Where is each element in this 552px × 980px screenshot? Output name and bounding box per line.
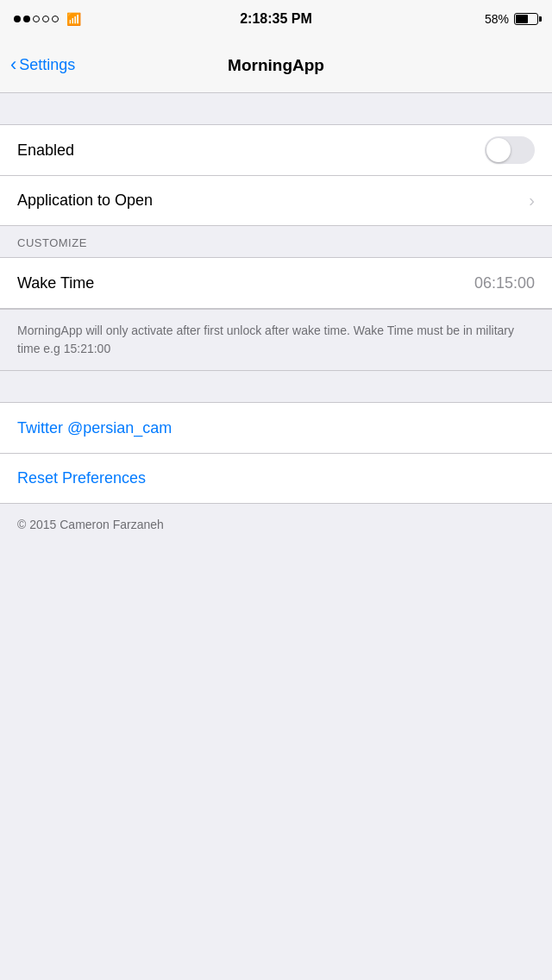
enabled-toggle[interactable] — [485, 136, 535, 164]
back-label: Settings — [19, 56, 75, 74]
section-gap-links — [0, 371, 552, 402]
battery-box — [514, 13, 538, 25]
footer: © 2015 Cameron Farzaneh — [0, 504, 552, 545]
dot-1 — [14, 16, 21, 22]
dot-3 — [33, 16, 40, 22]
battery-percentage: 58% — [485, 12, 509, 26]
signal-area: 📶 — [14, 12, 81, 26]
application-to-open-row[interactable]: Application to Open › — [0, 175, 552, 225]
enabled-label: Enabled — [17, 141, 485, 160]
twitter-label: Twitter @persian_cam — [17, 419, 535, 437]
application-to-open-label: Application to Open — [17, 192, 522, 210]
dot-5 — [52, 16, 59, 22]
wake-time-group: Wake Time 06:15:00 — [0, 257, 552, 309]
toggle-thumb — [486, 138, 511, 162]
info-block: MorningApp will only activate after firs… — [0, 309, 552, 371]
section-gap-top — [0, 93, 552, 124]
wifi-icon: 📶 — [66, 12, 81, 26]
wake-time-value: 06:15:00 — [474, 274, 535, 292]
chevron-right-icon: › — [529, 191, 535, 210]
battery-icon — [514, 13, 538, 25]
links-group: Twitter @persian_cam Reset Preferences — [0, 402, 552, 504]
wake-time-row[interactable]: Wake Time 06:15:00 — [0, 258, 552, 308]
battery-area: 58% — [485, 12, 538, 26]
info-text: MorningApp will only activate after firs… — [17, 324, 514, 355]
page-title: MorningApp — [228, 56, 324, 75]
reset-preferences-row[interactable]: Reset Preferences — [0, 453, 552, 503]
back-button[interactable]: ‹ Settings — [10, 56, 75, 74]
section-gap-customize: CUSTOMIZE — [0, 226, 552, 257]
wake-time-label: Wake Time — [17, 274, 474, 292]
nav-bar: ‹ Settings MorningApp — [0, 38, 552, 93]
chevron-left-icon: ‹ — [10, 55, 16, 74]
battery-fill — [516, 15, 528, 23]
main-settings-group: Enabled Application to Open › — [0, 124, 552, 226]
status-bar: 📶 2:18:35 PM 58% — [0, 0, 552, 38]
status-time: 2:18:35 PM — [240, 11, 312, 27]
dot-4 — [42, 16, 49, 22]
reset-preferences-label: Reset Preferences — [17, 469, 535, 487]
twitter-row[interactable]: Twitter @persian_cam — [0, 403, 552, 453]
signal-dots — [14, 16, 59, 22]
enabled-row[interactable]: Enabled — [0, 125, 552, 175]
customize-header: CUSTOMIZE — [0, 226, 552, 254]
dot-2 — [23, 16, 30, 22]
